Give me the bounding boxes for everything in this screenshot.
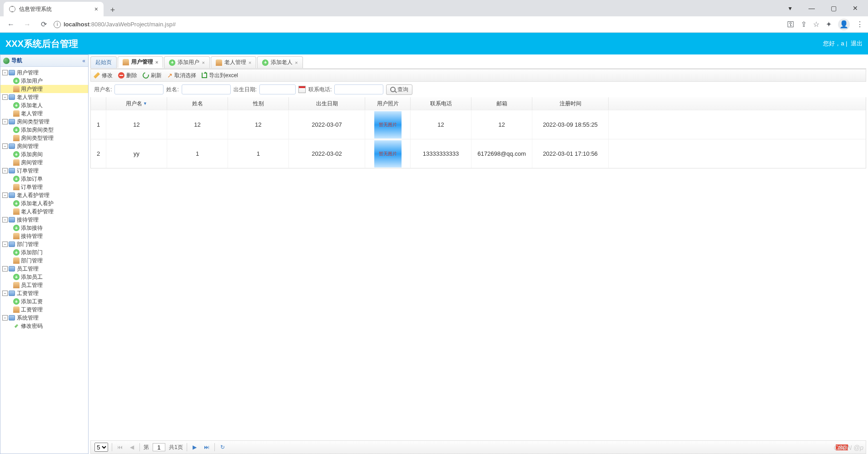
tree-item[interactable]: +添加工资 [0, 297, 88, 306]
collapse-icon[interactable]: − [2, 168, 8, 173]
tree-item[interactable]: +添加订单 [0, 175, 88, 183]
tree-group[interactable]: −房间管理 [0, 142, 88, 150]
table-row[interactable]: 2yy112022-03-02暂无图片133333333336172698@qq… [91, 139, 866, 168]
last-page-button[interactable]: ⏭ [203, 443, 211, 451]
next-page-button[interactable]: ▶ [191, 443, 199, 451]
column-header[interactable]: 用户名▼ [106, 97, 167, 110]
collapse-icon[interactable]: − [2, 143, 8, 149]
refresh-button[interactable]: 刷新 [143, 72, 162, 79]
export-excel-button[interactable]: 导出到excel [202, 72, 238, 79]
collapse-icon[interactable]: − [2, 94, 8, 100]
profile-icon[interactable]: 👤 [838, 19, 850, 30]
tree-item[interactable]: 工资管理 [0, 306, 88, 314]
content-tab[interactable]: 用户管理× [118, 56, 163, 68]
name-input[interactable] [182, 84, 231, 94]
star-icon[interactable]: ☆ [813, 20, 819, 29]
page-input[interactable] [153, 443, 165, 451]
tree-item[interactable]: +添加部门 [0, 248, 88, 257]
tree-item[interactable]: +添加老人 [0, 101, 88, 109]
edit-button[interactable]: 修改 [94, 72, 113, 79]
tree-item[interactable]: 房间管理 [0, 158, 88, 167]
content-tab[interactable]: +添加用户× [164, 56, 209, 68]
menu-icon[interactable]: ⋮ [856, 20, 863, 29]
tree-item[interactable]: +添加老人看护 [0, 199, 88, 207]
tree-item[interactable]: 订单管理 [0, 183, 88, 191]
close-tab-icon[interactable]: × [155, 59, 158, 65]
share-icon[interactable]: ⇪ [801, 20, 807, 29]
first-page-button[interactable]: ⏮ [116, 443, 124, 451]
minimize-button[interactable]: — [802, 2, 822, 15]
collapse-icon[interactable]: − [2, 242, 8, 247]
info-icon[interactable]: i [54, 21, 61, 28]
maximize-button[interactable]: ▢ [823, 2, 843, 15]
collapse-icon[interactable]: − [2, 217, 8, 222]
tree-group[interactable]: −用户管理 [0, 69, 88, 77]
column-header[interactable]: 用户照片 [365, 97, 411, 110]
collapse-icon[interactable]: − [2, 119, 8, 124]
page-size-select[interactable]: 5 [94, 443, 108, 452]
calendar-icon[interactable] [298, 86, 306, 93]
close-tab-icon[interactable]: × [248, 60, 251, 65]
tree-item[interactable]: 员工管理 [0, 281, 88, 289]
close-window-button[interactable]: ✕ [845, 2, 865, 15]
url-box[interactable]: i localhost:8080/JavaWebProject/main.jsp… [54, 18, 784, 31]
username-input[interactable] [114, 84, 164, 94]
content-tab[interactable]: +添加老人× [257, 56, 303, 68]
tree-group[interactable]: −老人管理 [0, 93, 88, 101]
birth-input[interactable] [259, 84, 296, 94]
tree-item[interactable]: +添加员工 [0, 273, 88, 281]
tree-group[interactable]: −员工管理 [0, 265, 88, 273]
tree-item[interactable]: 房间类型管理 [0, 134, 88, 142]
browser-tab[interactable]: 信息管理系统 × [4, 2, 104, 16]
extensions-icon[interactable]: ✦ [826, 20, 832, 29]
collapse-icon[interactable]: − [2, 291, 8, 296]
tree-item[interactable]: 修改密码 [0, 322, 88, 330]
delete-button[interactable]: 删除 [118, 72, 137, 79]
search-button[interactable]: 查询 [386, 84, 412, 95]
close-icon[interactable]: × [94, 5, 98, 13]
new-tab-button[interactable]: + [106, 4, 119, 16]
column-header[interactable]: 邮箱 [471, 97, 532, 110]
close-tab-icon[interactable]: × [295, 60, 298, 65]
logout-link[interactable]: 退出 [851, 40, 863, 47]
tree-group[interactable]: −房间类型管理 [0, 118, 88, 126]
column-header[interactable]: 注册时间 [532, 97, 609, 110]
table-row[interactable]: 11212122022-03-07暂无图片12122022-03-09 18:5… [91, 110, 866, 139]
column-header[interactable]: 性别 [228, 97, 289, 110]
tree-item[interactable]: 用户管理 [0, 85, 88, 93]
collapse-icon[interactable]: − [2, 266, 8, 271]
collapse-icon[interactable]: − [2, 192, 8, 198]
back-button[interactable]: ← [5, 18, 17, 31]
chevron-down-icon[interactable]: ▾ [780, 2, 800, 15]
refresh-pager-button[interactable]: ↻ [218, 443, 227, 451]
tree-item[interactable]: 老人管理 [0, 109, 88, 118]
column-header[interactable]: 出生日期 [289, 97, 365, 110]
content-tab[interactable]: 起始页 [90, 56, 117, 68]
collapse-icon[interactable]: − [2, 315, 8, 321]
prev-page-button[interactable]: ◀ [128, 443, 136, 451]
tree-item[interactable]: 部门管理 [0, 257, 88, 265]
tree-group[interactable]: −系统管理 [0, 314, 88, 322]
tree-item[interactable]: 接待管理 [0, 232, 88, 240]
tree-item[interactable]: 老人看护管理 [0, 207, 88, 216]
collapse-icon[interactable]: − [2, 70, 8, 75]
close-tab-icon[interactable]: × [202, 60, 204, 65]
tree-group[interactable]: −接待管理 [0, 216, 88, 224]
tree-group[interactable]: −部门管理 [0, 240, 88, 248]
column-header[interactable]: 联系电话 [411, 97, 471, 110]
reload-button[interactable]: ⟳ [37, 18, 50, 31]
content-tab[interactable]: 老人管理× [211, 56, 256, 68]
collapse-sidebar-button[interactable]: « [82, 58, 85, 64]
tree-item[interactable]: +添加用户 [0, 77, 88, 85]
tree-group[interactable]: −工资管理 [0, 289, 88, 297]
tree-item[interactable]: +添加房间类型 [0, 126, 88, 134]
column-header[interactable]: 姓名 [167, 97, 228, 110]
key-icon[interactable]: ⚿ [787, 20, 794, 29]
tree-group[interactable]: −订单管理 [0, 167, 88, 175]
tree-item[interactable]: +添加房间 [0, 150, 88, 158]
cancel-selection-button[interactable]: ↗取消选择 [167, 72, 196, 79]
forward-button[interactable]: → [21, 18, 34, 31]
phone-input[interactable] [334, 84, 383, 94]
tree-group[interactable]: −老人看护管理 [0, 191, 88, 199]
tree-item[interactable]: +添加接待 [0, 224, 88, 232]
